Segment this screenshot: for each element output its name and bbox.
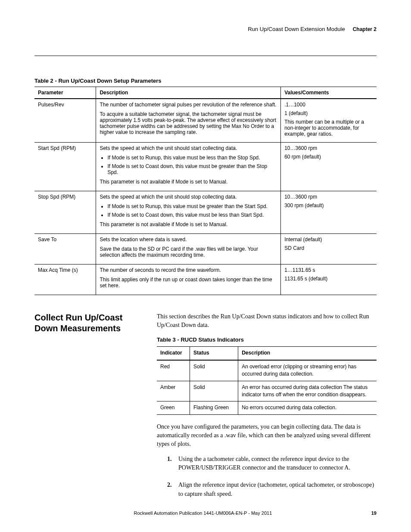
vals-cell: Internal (default) SD Card: [281, 234, 377, 264]
desc-cell: An overload error (clipping or streaming…: [238, 360, 377, 381]
footer-publication: Rockwell Automation Publication 1441-UM0…: [34, 510, 371, 516]
th-indicator: Indicator: [157, 347, 190, 360]
desc-text: Save the data to the SD or PC card if th…: [100, 246, 277, 258]
table2-caption: Table 2 - Run Up/Coast Down Setup Parame…: [34, 78, 377, 84]
header-module-title: Run Up/Coast Down Extension Module: [248, 26, 345, 32]
vals-text: Internal (default): [284, 236, 373, 243]
desc-li: If Mode is set to Runup, this value must…: [107, 155, 277, 161]
table-row: Max Acq Time (s) The number of seconds t…: [34, 264, 377, 295]
th-values: Values/Comments: [281, 87, 377, 99]
steps-list: 1. Using the a tachometer cable, connect…: [167, 455, 377, 498]
desc-text: The number of seconds to record the time…: [100, 267, 277, 273]
param-cell: Pulses/Rev: [34, 99, 96, 143]
desc-cell: Sets the speed at which the unit should …: [96, 143, 281, 191]
vals-text: 10…3600 rpm: [284, 194, 373, 200]
vals-cell: 1…1131.65 s 1131.65 s (default): [281, 264, 377, 295]
th-parameter: Parameter: [34, 87, 96, 99]
vals-text: .1…1000: [284, 102, 373, 108]
ind-cell: Amber: [157, 381, 190, 401]
th-description: Description: [238, 347, 377, 360]
vals-cell: 10…3600 rpm 300 rpm (default): [281, 191, 377, 234]
section-heading: Collect Run Up/Coast Down Measurements: [34, 312, 146, 334]
page-footer: Rockwell Automation Publication 1441-UM0…: [34, 510, 377, 516]
desc-li: If Mode is set to Coast down, this value…: [107, 212, 277, 218]
desc-text: To acquire a suitable tachometer signal,…: [100, 111, 277, 135]
header-chapter: Chapter 2: [353, 26, 377, 32]
desc-li: If Mode is set to Coast down, this value…: [107, 163, 277, 175]
desc-li: If Mode is set to Runup, this value must…: [107, 203, 277, 209]
stat-cell: Solid: [190, 381, 238, 401]
table-row: Red Solid An overload error (clipping or…: [157, 360, 377, 381]
table-row: Stop Spd (RPM) Sets the speed at which t…: [34, 191, 377, 234]
param-cell: Stop Spd (RPM): [34, 191, 96, 234]
header-divider: [34, 56, 377, 56]
desc-text: This limit applies only if the run up or…: [100, 277, 277, 289]
desc-cell: The number of seconds to record the time…: [96, 264, 281, 295]
step-number: 1.: [167, 455, 174, 473]
table-header-row: Indicator Status Description: [157, 347, 377, 360]
step-number: 2.: [167, 481, 174, 498]
desc-cell: The number of tachometer signal pulses p…: [96, 99, 281, 143]
setup-parameters-table: Parameter Description Values/Comments Pu…: [34, 87, 377, 295]
param-cell: Max Acq Time (s): [34, 264, 96, 295]
table-row: Save To Sets the location where data is …: [34, 234, 377, 264]
step-text: Align the reference input device (tachom…: [178, 481, 377, 498]
table-row: Start Spd (RPM) Sets the speed at which …: [34, 143, 377, 191]
stat-cell: Solid: [190, 360, 238, 381]
vals-cell: .1…1000 1 (default) This number can be a…: [281, 99, 377, 143]
desc-cell: Sets the location where data is saved. S…: [96, 234, 281, 264]
desc-cell: Sets the speed at which the unit should …: [96, 191, 281, 234]
vals-text: 1 (default): [284, 110, 373, 116]
desc-text: Sets the speed at which the unit should …: [100, 145, 277, 151]
vals-text: 1131.65 s (default): [284, 276, 373, 282]
table-row: Amber Solid An error has occurred during…: [157, 381, 377, 401]
desc-text: This parameter is not available if Mode …: [100, 179, 277, 185]
ind-cell: Green: [157, 401, 190, 414]
vals-cell: 10…3600 rpm 60 rpm (default): [281, 143, 377, 191]
page-header: Run Up/Coast Down Extension Module Chapt…: [34, 26, 377, 34]
desc-text: Sets the speed at which the unit should …: [100, 194, 277, 200]
table-row: Pulses/Rev The number of tachometer sign…: [34, 99, 377, 143]
th-description: Description: [96, 87, 281, 99]
th-status: Status: [190, 347, 238, 360]
vals-text: SD Card: [284, 245, 373, 251]
section-intro: This section describes the Run Up/Coast …: [157, 312, 377, 330]
vals-text: 1…1131.65 s: [284, 267, 373, 273]
ind-cell: Red: [157, 360, 190, 381]
step-item: 2. Align the reference input device (tac…: [167, 481, 377, 498]
vals-text: This number can be a multiple or a non-i…: [284, 119, 373, 137]
desc-text: This parameter is not available if Mode …: [100, 221, 277, 227]
vals-text: 60 rpm (default): [284, 154, 373, 160]
body-paragraph: Once you have configured the parameters,…: [157, 423, 377, 449]
desc-text: Sets the location where data is saved.: [100, 236, 277, 243]
table-header-row: Parameter Description Values/Comments: [34, 87, 377, 99]
footer-page-number: 19: [371, 510, 377, 516]
table3-caption: Table 3 - RUCD Status Indicators: [157, 336, 377, 344]
desc-cell: An error has occurred during data collec…: [238, 381, 377, 401]
status-indicators-table: Indicator Status Description Red Solid A…: [157, 346, 377, 414]
vals-text: 300 rpm (default): [284, 202, 373, 208]
vals-text: 10…3600 rpm: [284, 145, 373, 151]
param-cell: Start Spd (RPM): [34, 143, 96, 191]
stat-cell: Flashing Green: [190, 401, 238, 414]
step-item: 1. Using the a tachometer cable, connect…: [167, 455, 377, 473]
desc-text: The number of tachometer signal pulses p…: [100, 102, 277, 108]
table-row: Green Flashing Green No errors occurred …: [157, 401, 377, 414]
desc-cell: No errors occurred during data collectio…: [238, 401, 377, 414]
step-text: Using the a tachometer cable, connect th…: [178, 455, 377, 473]
param-cell: Save To: [34, 234, 96, 264]
